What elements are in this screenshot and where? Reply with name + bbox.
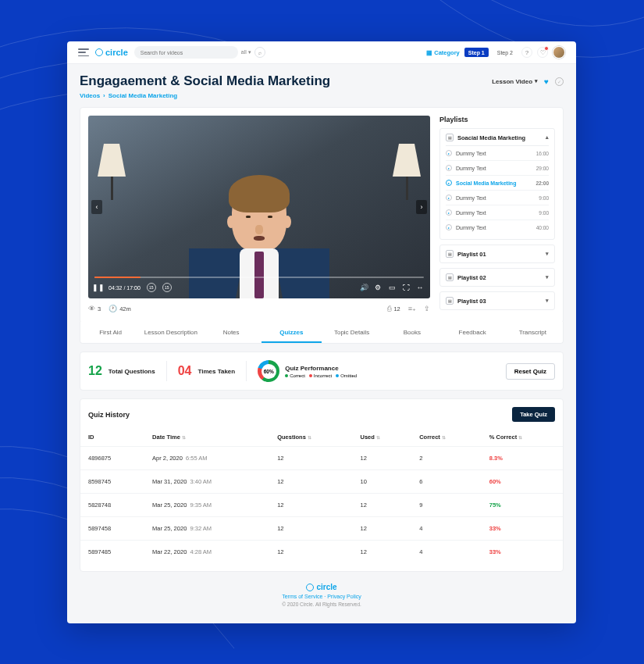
playlist-group[interactable]: ▤Playlist 03▾ bbox=[439, 291, 555, 310]
share-icon: ⇪ bbox=[424, 305, 430, 312]
search-input[interactable] bbox=[134, 46, 238, 59]
playlist-group-expanded[interactable]: ▤Soacial Media Marketing▴ ▸Dummy Text16:… bbox=[439, 128, 555, 240]
playlist-item[interactable]: ▸Dummy Text16:00 bbox=[446, 146, 549, 161]
fullscreen-icon[interactable]: ⛶ bbox=[402, 284, 410, 291]
complete-icon[interactable]: ✓ bbox=[555, 77, 564, 86]
step-2-button[interactable]: Step 2 bbox=[493, 48, 517, 57]
table-row[interactable]: 8598745Mar 31, 2020 3:40 AM1210660% bbox=[80, 470, 563, 494]
bookmark-icon: ⎙ bbox=[387, 305, 391, 312]
expand-icon[interactable]: ↔ bbox=[416, 284, 424, 291]
donut-chart: 60% bbox=[258, 360, 279, 382]
total-questions-stat: 12 Total Questions bbox=[88, 364, 155, 378]
help-icon[interactable]: ? bbox=[521, 47, 532, 58]
table-row[interactable]: 4896875Apr 2, 2020 6:55 AM121228.3% bbox=[80, 447, 563, 470]
share-button[interactable]: ⇪ bbox=[424, 305, 430, 312]
col-questions[interactable]: Questions⇅ bbox=[269, 428, 352, 447]
menu-icon[interactable] bbox=[78, 48, 89, 56]
queue-button[interactable]: ≡₊ bbox=[408, 305, 416, 312]
video-controls: ❚❚ 04:32 / 17:00 15 15 🔊 ⚙ ▭ ⛶ ↔ bbox=[88, 272, 430, 298]
playlist-item[interactable]: ▸Social Media Marketing22:00 bbox=[446, 176, 549, 191]
lesson-dropdown[interactable]: Lesson Video bbox=[492, 78, 538, 85]
video-prev-icon[interactable]: ‹ bbox=[91, 200, 102, 214]
theater-icon[interactable]: ▭ bbox=[388, 284, 396, 291]
playlist-item[interactable]: ▸Dummy Text9:00 bbox=[446, 205, 549, 220]
take-quiz-button[interactable]: Take Quiz bbox=[512, 407, 555, 422]
favorite-icon[interactable]: ♥ bbox=[544, 77, 549, 86]
table-row[interactable]: 5897458Mar 25, 2020 9:32 AM1212433% bbox=[80, 517, 563, 541]
col-pct[interactable]: % Correct⇅ bbox=[482, 428, 563, 447]
play-icon: ▸ bbox=[446, 195, 452, 201]
seek-forward-icon[interactable]: 15 bbox=[162, 283, 172, 292]
video-next-icon[interactable]: › bbox=[416, 200, 427, 214]
clock-icon: 🕐 bbox=[109, 305, 117, 312]
volume-icon[interactable]: 🔊 bbox=[360, 284, 368, 291]
sort-icon: ⇅ bbox=[182, 435, 186, 440]
sort-icon: ⇅ bbox=[518, 435, 522, 440]
playlist-group[interactable]: ▤Playlist 02▾ bbox=[439, 268, 555, 287]
playlist-group[interactable]: ▤Playlist 01▾ bbox=[439, 245, 555, 263]
play-icon: ▸ bbox=[446, 165, 452, 171]
playlist-icon: ▤ bbox=[446, 297, 454, 305]
page-title: Engagaement & Social Media Marketing bbox=[80, 73, 330, 89]
tab-first-aid[interactable]: First Aid bbox=[80, 322, 141, 343]
playlist-icon: ▤ bbox=[446, 250, 454, 258]
col-correct[interactable]: Correct⇅ bbox=[411, 428, 482, 447]
terms-link[interactable]: Terms of Service bbox=[282, 594, 322, 599]
video-time: 04:32 / 17:00 bbox=[109, 285, 141, 291]
col-used[interactable]: Used⇅ bbox=[352, 428, 411, 447]
sort-icon: ⇅ bbox=[376, 435, 380, 440]
step-1-button[interactable]: Step 1 bbox=[464, 48, 489, 57]
table-row[interactable]: 5828748Mar 25, 2020 9:35 AM1212975% bbox=[80, 494, 563, 517]
tab-topic-details[interactable]: Topic Details bbox=[322, 322, 382, 343]
settings-icon[interactable]: ⚙ bbox=[374, 284, 382, 291]
category-link[interactable]: ▦ Category bbox=[426, 49, 460, 56]
col-datetime[interactable]: Date Time⇅ bbox=[144, 428, 269, 447]
pause-icon[interactable]: ❚❚ bbox=[94, 284, 102, 291]
table-row[interactable]: 5897485Mar 22, 2020 4:28 AM1212433% bbox=[80, 541, 563, 564]
history-title: Quiz History bbox=[88, 411, 130, 419]
views-count: 👁3 bbox=[88, 305, 101, 312]
playlist-item[interactable]: ▸Dummy Text40:00 bbox=[446, 220, 549, 234]
footer: circle Terms of Service · Privacy Policy… bbox=[80, 572, 564, 621]
times-taken-stat: 04 Times Taken bbox=[178, 364, 236, 378]
search-icon[interactable]: ⌕ bbox=[254, 47, 265, 58]
seek-back-icon[interactable]: 15 bbox=[147, 283, 156, 292]
quiz-history-table: ID Date Time⇅ Questions⇅ Used⇅ Correct⇅ … bbox=[80, 428, 563, 563]
chevron-down-icon: ▾ bbox=[546, 298, 549, 304]
breadcrumb: Videos›Social Media Marketing bbox=[80, 92, 564, 99]
eye-icon: 👁 bbox=[88, 305, 95, 312]
chevron-down-icon: ▾ bbox=[546, 274, 549, 280]
duration: 🕐42m bbox=[109, 305, 131, 312]
chevron-down-icon: ▾ bbox=[546, 251, 549, 257]
sort-icon: ⇅ bbox=[442, 435, 446, 440]
tab-quizzes[interactable]: Quizzes bbox=[262, 322, 322, 343]
notification-icon[interactable]: ♡ bbox=[537, 47, 548, 58]
tab-lesson-description[interactable]: Lesson Description bbox=[141, 322, 201, 343]
privacy-link[interactable]: Privacy Policy bbox=[327, 594, 361, 599]
playlist-item[interactable]: ▸Dummy Text29:00 bbox=[446, 161, 549, 176]
playlist-add-icon: ≡₊ bbox=[408, 305, 416, 312]
play-icon: ▸ bbox=[446, 209, 452, 216]
progress-bar[interactable] bbox=[94, 277, 424, 278]
chevron-up-icon: ▴ bbox=[546, 134, 549, 141]
brand-logo[interactable]: circle bbox=[95, 48, 128, 57]
performance-stat: 60% Quiz Performance Correct Incorrect O… bbox=[258, 360, 357, 382]
col-id[interactable]: ID bbox=[80, 428, 144, 447]
tab-books[interactable]: Books bbox=[382, 322, 442, 343]
topbar: circle all ▾ ⌕ ▦ Category Step 1 Step 2 … bbox=[67, 41, 576, 64]
tab-feedback[interactable]: Feedback bbox=[443, 322, 503, 343]
play-icon: ▸ bbox=[446, 180, 452, 186]
tab-notes[interactable]: Notes bbox=[201, 322, 262, 343]
playlist-item[interactable]: ▸Dummy Text9:00 bbox=[446, 191, 549, 205]
playlist-icon: ▤ bbox=[446, 134, 454, 141]
playlist-heading: Playlists bbox=[439, 116, 555, 123]
play-icon: ▸ bbox=[446, 150, 452, 156]
video-player[interactable]: ‹ › ❚❚ 04:32 / 17:00 15 15 🔊 ⚙ bbox=[88, 116, 430, 315]
avatar[interactable] bbox=[553, 46, 565, 59]
sort-icon: ⇅ bbox=[308, 435, 311, 440]
search-filter[interactable]: all ▾ bbox=[241, 49, 251, 55]
tab-transcript[interactable]: Transcript bbox=[503, 322, 563, 343]
pin-button[interactable]: ⎙12 bbox=[387, 305, 400, 312]
reset-quiz-button[interactable]: Reset Quiz bbox=[506, 363, 555, 380]
playlist-icon: ▤ bbox=[446, 273, 454, 281]
